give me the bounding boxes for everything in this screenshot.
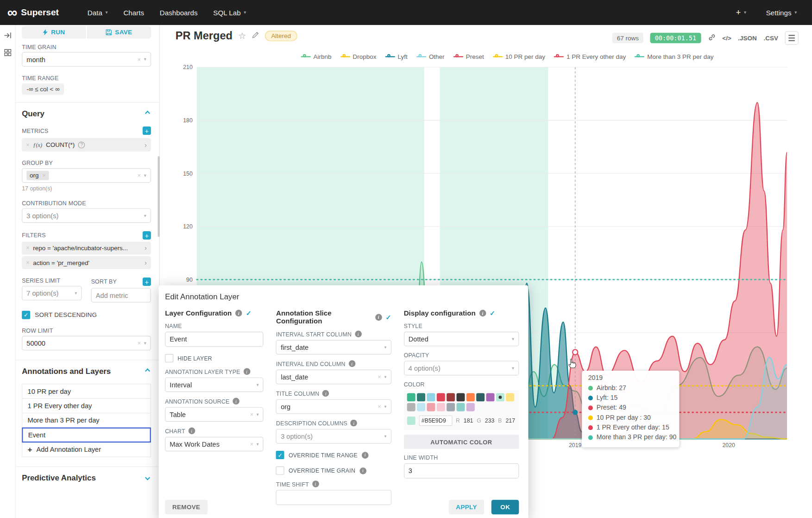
color-swatch[interactable] [486, 393, 494, 401]
legend-item[interactable]: Airbnb [301, 53, 331, 61]
color-swatch[interactable] [427, 403, 435, 411]
clear-icon[interactable]: × [250, 441, 253, 447]
style-select[interactable]: Dotted ▾ [404, 332, 519, 346]
clear-icon[interactable]: × [378, 374, 381, 379]
color-swatch[interactable] [436, 403, 445, 411]
checkbox-checked-icon[interactable]: ✓ [22, 311, 30, 319]
checkbox-unchecked-icon[interactable] [165, 354, 173, 362]
chart-menu-button[interactable] [785, 31, 799, 44]
annotation-layer-item-selected[interactable]: Event [22, 428, 151, 443]
color-swatch[interactable] [417, 403, 425, 411]
interval-start-select[interactable]: first_date ▾ [276, 340, 391, 354]
color-swatch[interactable] [476, 393, 485, 401]
new-item-button[interactable]: + ▾ [728, 0, 754, 25]
nav-item-data[interactable]: Data ▾ [80, 0, 116, 25]
annotation-layer-type-select[interactable]: Interval ▾ [165, 378, 264, 392]
hide-layer-row[interactable]: HIDE LAYER [165, 354, 264, 362]
clear-icon[interactable]: × [138, 57, 141, 62]
line-width-input[interactable] [404, 463, 519, 479]
info-icon[interactable]: i [233, 398, 239, 405]
annotation-layer-item[interactable]: 10 PR per day [22, 384, 151, 399]
info-icon[interactable]: i [362, 452, 369, 459]
group-by-tag[interactable]: org × [26, 171, 49, 180]
group-by-select[interactable]: org × × ▾ [22, 168, 151, 183]
color-swatch[interactable] [427, 393, 435, 401]
legend-item[interactable]: Preset [453, 53, 484, 61]
info-icon[interactable]: i [322, 390, 329, 397]
row-limit-select[interactable]: 50000 × ▾ [22, 336, 151, 350]
color-swatch[interactable] [447, 403, 455, 411]
annotations-section-header[interactable]: Annotations and Layers [22, 365, 151, 377]
edit-pencil-icon[interactable] [252, 31, 259, 41]
save-button[interactable]: SAVE [87, 26, 151, 38]
add-metric-button[interactable]: + [143, 126, 151, 135]
info-icon[interactable]: i [243, 368, 250, 375]
override-time-range-row[interactable]: ✓ OVERRIDE TIME RANGE i [276, 451, 391, 459]
altered-badge[interactable]: Altered [265, 31, 297, 41]
remove-icon[interactable]: × [26, 245, 29, 251]
superset-brand[interactable]: ∞ Superset [7, 6, 59, 19]
info-icon[interactable]: i [359, 467, 366, 474]
color-swatch[interactable] [407, 403, 415, 411]
filter-chip[interactable]: × action = 'pr_merged' › [22, 256, 151, 269]
name-input[interactable] [165, 332, 264, 347]
info-icon[interactable]: i [348, 360, 355, 367]
query-section-header[interactable]: Query [22, 107, 151, 119]
series-limit-select[interactable]: 7 option(s) ▾ [22, 286, 82, 300]
info-icon[interactable]: i [355, 331, 362, 338]
remove-tag-icon[interactable]: × [42, 173, 45, 178]
grid-view-icon[interactable] [4, 49, 11, 58]
nav-item-sql-lab[interactable]: SQL Lab ▾ [205, 0, 254, 25]
legend-item[interactable]: More than 3 PR per day [635, 53, 713, 61]
info-icon[interactable]: i [312, 480, 319, 487]
predictive-section-header[interactable]: Predictive Analytics [22, 471, 151, 484]
add-sort-metric-button[interactable]: + [143, 278, 151, 286]
metric-chip[interactable]: × ƒ(x) COUNT(*) ? › [22, 138, 151, 152]
export-csv-button[interactable]: .CSV [763, 34, 778, 42]
automatic-color-button[interactable]: AUTOMATIC COLOR [404, 435, 519, 449]
info-icon[interactable]: i [188, 428, 195, 435]
legend-item[interactable]: 1 PR Every other day [554, 53, 626, 61]
ok-button[interactable]: OK [491, 500, 519, 514]
color-swatch[interactable] [407, 393, 415, 401]
color-swatch-selected[interactable] [496, 393, 504, 401]
info-icon[interactable]: i [351, 420, 358, 427]
favorite-star-icon[interactable]: ☆ [238, 31, 246, 42]
color-swatch[interactable] [417, 393, 425, 401]
opacity-select[interactable]: 4 option(s) ▾ [404, 361, 519, 375]
legend-item[interactable]: Other [416, 53, 445, 61]
collapse-datasource-icon[interactable] [4, 32, 11, 41]
time-range-chip[interactable]: -∞ ≤ col < ∞ [22, 83, 64, 95]
chart-select[interactable]: Max Work Dates × ▾ [165, 437, 264, 451]
override-time-grain-row[interactable]: OVERRIDE TIME GRAIN i [276, 467, 391, 475]
legend-item[interactable]: Dropbox [340, 53, 377, 61]
nav-item-dashboards[interactable]: Dashboards [152, 0, 206, 25]
legend-item[interactable]: Lyft [385, 53, 408, 61]
color-swatch[interactable] [456, 393, 465, 401]
filter-chip[interactable]: × repo = 'apache/incubator-supers... › [22, 241, 151, 254]
color-swatch[interactable] [447, 393, 455, 401]
settings-menu[interactable]: Settings ▾ [758, 0, 805, 25]
color-swatch[interactable] [456, 403, 465, 411]
hex-color-input[interactable] [419, 416, 452, 426]
share-link-icon[interactable] [708, 33, 716, 43]
remove-icon[interactable]: × [26, 260, 29, 265]
info-icon[interactable]: i [375, 314, 382, 321]
annotation-source-select[interactable]: Table × ▾ [165, 407, 264, 422]
add-annotation-layer-button[interactable]: + Add Annotation Layer [22, 442, 151, 457]
color-swatch[interactable] [466, 403, 475, 411]
color-swatch[interactable] [466, 393, 475, 401]
remove-icon[interactable]: × [26, 142, 29, 147]
sort-by-select[interactable]: Add metric [91, 288, 151, 302]
clear-icon[interactable]: × [378, 404, 381, 409]
info-icon[interactable]: i [479, 310, 486, 317]
info-icon[interactable]: i [235, 310, 242, 317]
time-grain-select[interactable]: month × ▾ [22, 52, 151, 66]
embed-code-icon[interactable]: </> [722, 34, 731, 42]
annotation-layer-item[interactable]: More than 3 PR per day [22, 413, 151, 428]
color-swatch[interactable] [506, 393, 514, 401]
add-filter-button[interactable]: + [143, 231, 151, 240]
panel-scrollbar[interactable] [157, 156, 159, 237]
apply-button[interactable]: APPLY [449, 500, 485, 514]
nav-item-charts[interactable]: Charts [116, 0, 152, 25]
